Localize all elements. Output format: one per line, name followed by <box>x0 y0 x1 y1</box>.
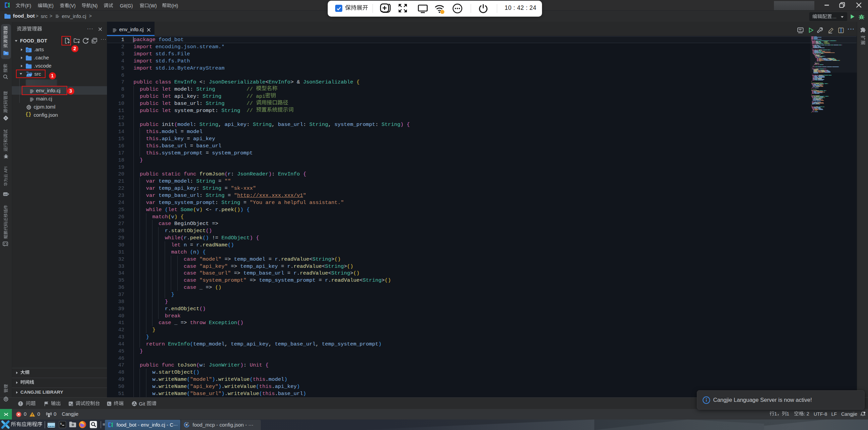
svg-text:API: API <box>4 193 7 195</box>
svg-text:$: $ <box>60 422 62 425</box>
